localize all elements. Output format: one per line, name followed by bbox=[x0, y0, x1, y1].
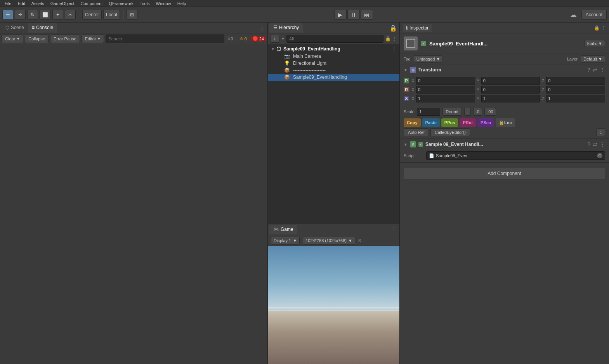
menu-qframework[interactable]: QFramework bbox=[106, 1, 137, 6]
hierarchy-add-arrow[interactable]: ▼ bbox=[281, 36, 285, 41]
add-component-button[interactable]: Add Component bbox=[404, 167, 605, 180]
tree-root[interactable]: ▼ ⬡ Sample09_EventHandling ⋮ bbox=[268, 45, 399, 53]
tree-directional-light[interactable]: 💡 Directional Light bbox=[268, 60, 399, 67]
hand-tool-button[interactable]: ☰ bbox=[2, 10, 13, 20]
step-button[interactable]: ⏭ bbox=[361, 10, 373, 20]
move-tool-button[interactable]: ✛ bbox=[15, 10, 26, 20]
hierarchy-search-input[interactable] bbox=[286, 35, 383, 43]
zero1-button[interactable]: .0 bbox=[473, 108, 482, 116]
rot-z-input[interactable] bbox=[546, 86, 605, 94]
static-button[interactable]: Static ▼ bbox=[584, 40, 605, 47]
center-button[interactable]: Center bbox=[82, 10, 102, 20]
script-value[interactable]: 📄 Sample09_Even ⊙ bbox=[426, 151, 605, 160]
script-header[interactable]: ▼ # ✓ Sample 09_Event Handli... ? ⇄ ⋮ bbox=[400, 139, 609, 150]
menu-assets[interactable]: Assets bbox=[28, 1, 47, 6]
error-pause-button[interactable]: Error Pause bbox=[50, 35, 80, 43]
main-content: ⬡ Scene ≡ Console ⋮ Clear ▼ Collapse Err… bbox=[0, 23, 609, 364]
c-button[interactable]: c bbox=[596, 128, 606, 136]
tab-hierarchy[interactable]: ☰ Hierarchy bbox=[269, 23, 303, 33]
collapse-button[interactable]: Collapse bbox=[25, 35, 49, 43]
error-badge[interactable]: 🔴 24 bbox=[251, 36, 266, 42]
ppos-button[interactable]: PPos bbox=[441, 118, 458, 127]
game-tab-options[interactable]: ⋮ bbox=[391, 226, 397, 233]
inspector-options-icon[interactable]: ⋮ bbox=[601, 25, 606, 31]
copy-button[interactable]: Copy bbox=[404, 118, 421, 127]
transform-info-icon[interactable]: ? bbox=[587, 67, 590, 73]
custom-tool-button[interactable]: ✂ bbox=[65, 10, 76, 20]
scale-y-input[interactable] bbox=[481, 95, 540, 102]
scene-tab-options[interactable]: ⋮ bbox=[259, 24, 265, 31]
hierarchy-lock-btn[interactable]: 🔒 bbox=[385, 36, 391, 42]
layer-select[interactable]: Default ▼ bbox=[581, 55, 605, 62]
tree-sample09[interactable]: 📦 Sample09_EventHandling bbox=[268, 74, 399, 81]
prot-button[interactable]: PRot bbox=[460, 118, 476, 127]
hierarchy-options-btn[interactable]: ⋮ bbox=[392, 36, 397, 42]
account-button[interactable]: Account bbox=[581, 10, 607, 20]
rot-x-input[interactable] bbox=[416, 86, 475, 94]
go-active-checkbox[interactable]: ✓ bbox=[421, 41, 426, 46]
info-badge[interactable]: ℹ 0 bbox=[226, 35, 236, 42]
scale-z-input[interactable] bbox=[546, 95, 605, 102]
transform-menu-icon[interactable]: ⋮ bbox=[600, 67, 605, 73]
grid-button[interactable]: ⊞ bbox=[127, 10, 137, 20]
tag-select[interactable]: Untagged ▼ bbox=[414, 55, 443, 62]
pos-x-input[interactable] bbox=[416, 77, 475, 85]
menu-window[interactable]: Window bbox=[153, 1, 174, 6]
rot-y-input[interactable] bbox=[481, 86, 540, 94]
script-active-checkbox[interactable]: ✓ bbox=[418, 142, 423, 147]
hierarchy-tab-bar: ☰ Hierarchy 🔒 ⋮ bbox=[268, 23, 399, 33]
menu-component[interactable]: Component bbox=[77, 1, 106, 6]
pause-button[interactable]: ⏸ bbox=[347, 10, 360, 20]
resolution-select[interactable]: 1024*768 (1024x768) ▼ bbox=[303, 237, 355, 244]
script-section: ▼ # ✓ Sample 09_Event Handli... ? ⇄ ⋮ Sc… bbox=[400, 139, 609, 163]
root-options[interactable]: ⋮ bbox=[392, 46, 396, 52]
menu-file[interactable]: File bbox=[2, 1, 15, 6]
play-button[interactable]: ▶ bbox=[334, 10, 347, 20]
tab-inspector[interactable]: ℹ Inspector bbox=[403, 24, 432, 32]
editor-button[interactable]: Editor ▼ bbox=[82, 35, 104, 43]
transform-header[interactable]: ▼ ⊕ Transform ? ⇄ ⋮ bbox=[400, 64, 609, 75]
cloud-icon[interactable]: ☁ bbox=[570, 10, 577, 19]
scale-value-input[interactable] bbox=[417, 108, 440, 116]
tab-console[interactable]: ≡ Console bbox=[28, 23, 57, 33]
dot-button[interactable]: . bbox=[464, 108, 471, 116]
tab-game[interactable]: 🎮 Game bbox=[269, 225, 297, 234]
script-info-icon[interactable]: ? bbox=[587, 141, 590, 147]
tree-main-camera[interactable]: 📷 Main Camera bbox=[268, 53, 399, 60]
menu-tools[interactable]: Tools bbox=[137, 1, 153, 6]
hierarchy-tab-options[interactable]: ⋮ bbox=[391, 24, 397, 31]
inspector-lock-icon[interactable]: 🔒 bbox=[594, 25, 600, 31]
calledby-button[interactable]: CalledByEditor() bbox=[430, 128, 470, 136]
script-settings-icon[interactable]: ⇄ bbox=[593, 141, 597, 147]
zero2-button[interactable]: .00 bbox=[484, 108, 496, 116]
clear-button[interactable]: Clear ▼ bbox=[2, 35, 23, 43]
loc-button[interactable]: 🔒Loc bbox=[496, 118, 515, 127]
menu-gameobject[interactable]: GameObject bbox=[47, 1, 78, 6]
script-file-icon: 📄 bbox=[429, 153, 434, 158]
rotate-tool-button[interactable]: ↻ bbox=[27, 10, 38, 20]
local-button[interactable]: Local bbox=[103, 10, 120, 20]
display-select[interactable]: Display 1 ▼ bbox=[271, 237, 300, 244]
menu-help[interactable]: Help bbox=[174, 1, 189, 6]
go-icon-inner bbox=[406, 39, 415, 48]
rot-z-field: Z bbox=[541, 86, 605, 94]
scale-x-input[interactable] bbox=[416, 95, 475, 102]
pos-y-input[interactable] bbox=[481, 77, 540, 85]
menubar: File Edit Assets GameObject Component QF… bbox=[0, 0, 609, 7]
console-search-input[interactable] bbox=[106, 35, 224, 43]
transform-tool-button[interactable]: ✦ bbox=[52, 10, 63, 20]
transform-settings-icon[interactable]: ⇄ bbox=[593, 67, 597, 73]
script-circle-icon[interactable]: ⊙ bbox=[597, 153, 602, 158]
warn-badge[interactable]: ⚠ 0 bbox=[237, 35, 249, 42]
psca-button[interactable]: PSca bbox=[477, 118, 494, 127]
rect-tool-button[interactable]: ⬜ bbox=[40, 10, 51, 20]
round-button[interactable]: Round bbox=[442, 108, 462, 116]
autoref-button[interactable]: Auto Ref bbox=[404, 128, 429, 136]
script-menu-icon[interactable]: ⋮ bbox=[600, 141, 605, 147]
game-tab-icon: 🎮 bbox=[273, 227, 279, 232]
menu-edit[interactable]: Edit bbox=[15, 1, 28, 6]
hierarchy-add-button[interactable]: + bbox=[270, 35, 279, 43]
paste-button[interactable]: Paste bbox=[422, 118, 440, 127]
tab-scene[interactable]: ⬡ Scene bbox=[2, 23, 28, 33]
pos-z-input[interactable] bbox=[546, 77, 605, 85]
